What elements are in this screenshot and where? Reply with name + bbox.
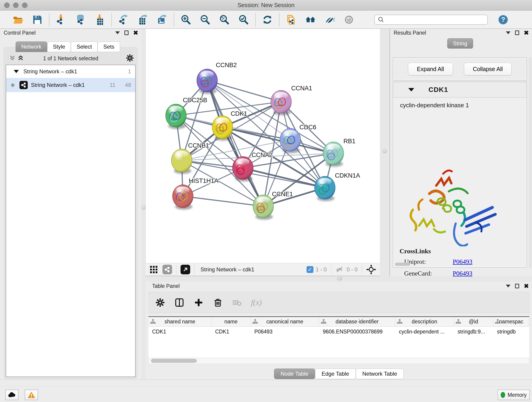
edge-HIST1H1A-CCNE1[interactable] xyxy=(183,196,263,206)
table-cell[interactable]: P06493 xyxy=(251,327,319,337)
delete-icon[interactable] xyxy=(213,298,223,307)
entry-collapse-icon[interactable] xyxy=(408,88,414,91)
table-cell[interactable]: 9606.ENSP00000378699 xyxy=(319,327,395,337)
left-splitter-handle[interactable] xyxy=(141,205,146,210)
network-tree-child-row[interactable]: String Network – cdk1 11 48 xyxy=(6,78,135,92)
table-cell[interactable]: CDK1 xyxy=(148,327,211,337)
open-in-window-icon[interactable] xyxy=(181,265,190,274)
birdseye-icon[interactable] xyxy=(366,264,376,274)
search-box[interactable] xyxy=(374,15,488,25)
tab-style[interactable]: Style xyxy=(47,41,71,52)
crosslink-link[interactable]: P06493 xyxy=(453,270,472,277)
close-window-icon[interactable] xyxy=(4,2,10,8)
node-CDKN1A[interactable]: CDKN1A xyxy=(315,172,360,201)
tree-expand-icon[interactable] xyxy=(14,70,19,73)
tab-string[interactable]: String xyxy=(447,38,473,49)
column-header-canonical-name[interactable]: canonical name xyxy=(251,317,319,326)
node-CCNE1[interactable]: CCNE1 xyxy=(253,191,293,220)
table-cell[interactable]: stringdb:9... xyxy=(454,327,493,337)
table-row[interactable]: CDK1CDK1P064939606.ENSP00000378699cyclin… xyxy=(148,327,529,337)
column-header-name[interactable]: name xyxy=(211,317,251,326)
node-CDK1[interactable]: CDK1 xyxy=(212,110,247,141)
zoom-fit-icon[interactable] xyxy=(219,14,230,26)
table-hscrollbar[interactable] xyxy=(148,357,529,364)
table-cell[interactable]: stringdb xyxy=(493,327,529,337)
export-table-icon[interactable] xyxy=(137,14,148,26)
cloud-status-button[interactable] xyxy=(5,390,19,400)
column-header-namespac[interactable]: namespac xyxy=(493,317,529,326)
collapse-all-icon[interactable] xyxy=(9,55,15,62)
collapse-panel-icon[interactable] xyxy=(506,285,510,287)
table-cell[interactable]: CDK1 xyxy=(211,327,251,337)
zoom-out-icon[interactable] xyxy=(199,14,211,26)
add-column-icon[interactable] xyxy=(194,298,204,307)
close-panel-icon[interactable]: ✖ xyxy=(524,31,529,35)
settings-icon[interactable] xyxy=(155,298,165,307)
results-vscrollbar[interactable] xyxy=(529,57,531,268)
right-splitter[interactable] xyxy=(380,29,389,276)
search-input[interactable] xyxy=(385,17,483,23)
import-network-icon[interactable] xyxy=(56,14,67,26)
export-network-icon[interactable] xyxy=(118,14,129,26)
network-options-gear-icon[interactable] xyxy=(126,54,134,63)
help-button[interactable]: ? xyxy=(497,14,509,26)
float-panel-icon[interactable] xyxy=(515,31,519,35)
warning-status-button[interactable] xyxy=(25,390,38,400)
import-database-icon[interactable] xyxy=(75,14,86,26)
node-CCNA1[interactable]: CCNA1 xyxy=(271,85,312,115)
save-session-icon[interactable] xyxy=(32,14,43,26)
node-CDC6[interactable]: CDC6 xyxy=(280,124,317,153)
clear-table-icon[interactable] xyxy=(232,298,242,307)
table-cell[interactable]: cyclin-dependent ... xyxy=(395,327,454,337)
function-icon[interactable]: f(x) xyxy=(251,298,261,307)
float-panel-icon[interactable] xyxy=(124,31,128,35)
gene-entry-header[interactable]: CDK1 xyxy=(393,82,526,98)
network-tree-root-row[interactable]: String Network – cdk1 1 xyxy=(6,65,135,78)
zoom-in-icon[interactable] xyxy=(180,14,191,26)
horizontal-splitter-handle[interactable] xyxy=(337,277,342,281)
right-splitter-handle[interactable] xyxy=(382,149,387,153)
selected-checkbox-icon[interactable]: ✓ xyxy=(307,266,313,273)
close-panel-icon[interactable]: ✖ xyxy=(133,31,138,35)
maximize-window-icon[interactable] xyxy=(22,2,27,8)
network-share-view-icon[interactable] xyxy=(162,265,172,274)
tab-network[interactable]: Network xyxy=(16,41,47,52)
export-image-icon[interactable] xyxy=(156,14,168,26)
zoom-selected-icon[interactable] xyxy=(238,14,249,26)
float-panel-icon[interactable] xyxy=(515,284,519,288)
expand-all-icon[interactable] xyxy=(18,55,24,62)
collapse-panel-icon[interactable] xyxy=(115,32,120,34)
close-panel-icon[interactable]: ✖ xyxy=(524,284,529,288)
column-header-shared-name[interactable]: shared name xyxy=(148,317,211,326)
refresh-icon[interactable] xyxy=(262,14,273,26)
home-icon[interactable] xyxy=(305,14,316,26)
tab-edge-table[interactable]: Edge Table xyxy=(315,369,356,379)
minimize-window-icon[interactable] xyxy=(13,2,19,8)
column-header-database-identifier[interactable]: database identifier xyxy=(319,317,395,326)
tab-network-table[interactable]: Network Table xyxy=(356,369,404,379)
collapse-panel-icon[interactable] xyxy=(506,32,510,34)
column-header-description[interactable]: description xyxy=(395,317,454,326)
node-RB1[interactable]: RB1 xyxy=(323,138,355,167)
network-view-canvas[interactable]: CCNB2CCNA1CDC25BCDK1CDC6RB1CCNB1CCNA2CDK… xyxy=(146,29,380,263)
expand-all-button[interactable]: Expand All xyxy=(408,63,453,75)
node-CCNB1[interactable]: CCNB1 xyxy=(171,142,209,174)
collapse-all-button[interactable]: Collapse All xyxy=(464,63,512,75)
tab-node-table[interactable]: Node Table xyxy=(274,369,315,379)
hidden-eye-icon[interactable] xyxy=(335,266,344,274)
left-splitter[interactable] xyxy=(141,29,146,379)
tab-select[interactable]: Select xyxy=(71,41,98,52)
node-HIST1H1A[interactable]: HIST1H1A xyxy=(172,177,218,210)
open-session-icon[interactable] xyxy=(12,14,24,26)
crosslink-link[interactable]: P06493 xyxy=(453,258,472,265)
column-header-@id[interactable]: @id xyxy=(454,317,493,326)
tab-sets[interactable]: Sets xyxy=(98,41,120,52)
clone-network-icon[interactable] xyxy=(285,14,297,26)
preview-icon[interactable] xyxy=(343,14,355,26)
edge-CCNB2-CCNE1[interactable] xyxy=(207,80,263,206)
grid-view-icon[interactable] xyxy=(149,264,159,274)
import-table-icon[interactable] xyxy=(94,14,105,26)
results-hscrollbar-thumb[interactable] xyxy=(395,263,410,266)
table-hscrollbar-thumb[interactable] xyxy=(151,359,197,363)
memory-button[interactable]: Memory xyxy=(498,390,530,400)
